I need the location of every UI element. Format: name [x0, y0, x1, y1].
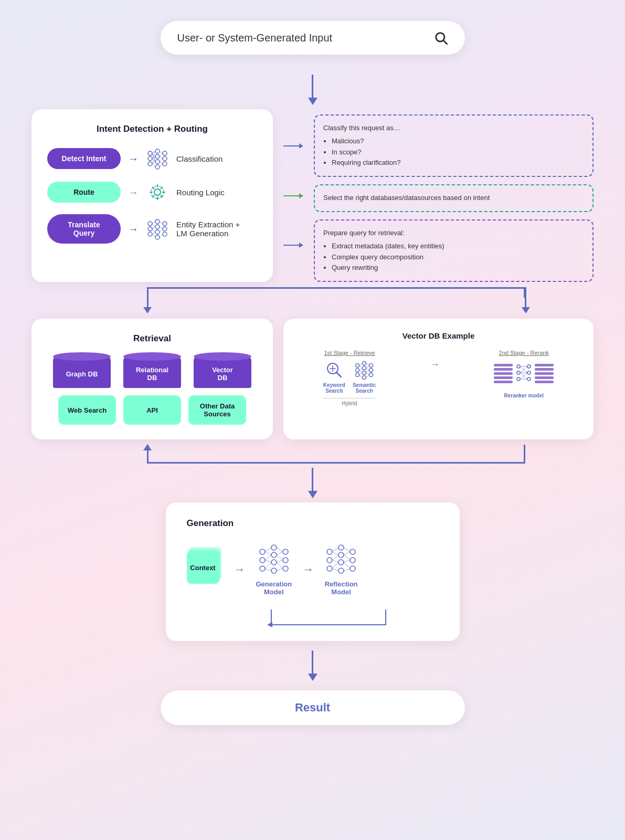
svg-line-43 — [152, 232, 155, 234]
graph-db: Graph DB — [53, 356, 111, 388]
search-text: User- or System-Generated Input — [177, 32, 333, 44]
gear-icon — [146, 181, 169, 204]
svg-point-38 — [163, 232, 167, 236]
svg-point-117 — [350, 549, 355, 554]
other-sources-box: Other DataSources — [188, 395, 246, 425]
translate-query-button[interactable]: Translate Query — [47, 214, 121, 244]
vector-db: VectorDB — [194, 356, 251, 388]
context-card-front: Context — [187, 551, 219, 584]
svg-point-112 — [327, 566, 332, 571]
reranker-block: Reranker model — [494, 360, 554, 398]
svg-point-3 — [148, 156, 152, 161]
result-bar: Result — [161, 690, 465, 725]
svg-line-100 — [265, 555, 271, 560]
translate-item: Translate Query → Entity Extraction + LM… — [47, 214, 257, 244]
svg-line-45 — [160, 222, 163, 224]
semantic-search-item: SemanticSearch — [353, 360, 376, 394]
svg-point-90 — [260, 566, 265, 571]
svg-point-96 — [283, 558, 288, 563]
vectordb-card: Vector DB Example 1st Stage - Retrieve K… — [283, 319, 594, 439]
svg-line-103 — [265, 569, 271, 571]
svg-line-63 — [359, 363, 363, 365]
svg-line-48 — [160, 234, 163, 237]
stage2-label: 2nd Stage - Rerank — [499, 350, 549, 356]
svg-line-98 — [265, 548, 271, 552]
svg-line-71 — [366, 368, 369, 370]
svg-point-95 — [283, 549, 288, 554]
search-icon — [433, 30, 448, 45]
generation-card: Generation Context → — [166, 502, 460, 641]
svg-line-46 — [160, 227, 163, 229]
arrow-select-db — [283, 193, 303, 198]
arrow-generation-to-result — [308, 650, 317, 681]
stage-arrow: → — [430, 359, 440, 370]
svg-point-80 — [527, 377, 531, 381]
neural-icon-translate — [146, 217, 169, 240]
retrieval-section: Retrieval Graph DB RelationalDB VectorDB — [31, 319, 594, 439]
svg-line-74 — [366, 375, 369, 377]
wide-down-connector — [31, 287, 594, 311]
detect-intent-button[interactable]: Detect Intent — [47, 148, 121, 169]
svg-line-41 — [152, 227, 155, 229]
svg-line-107 — [277, 560, 283, 562]
route-item: Route → Routing Logic — [47, 181, 257, 204]
generation-flow: Context → GenerationModel — [187, 543, 439, 596]
callout-classify: Classify this request as… Malicious? In … — [314, 114, 594, 177]
callout-list-item: Malicious? — [332, 136, 584, 147]
svg-point-116 — [338, 568, 344, 573]
search-bar[interactable]: User- or System-Generated Input — [161, 21, 465, 55]
svg-line-65 — [359, 368, 363, 370]
svg-line-44 — [152, 234, 155, 237]
svg-line-128 — [344, 555, 350, 560]
svg-line-20 — [152, 164, 155, 167]
svg-line-102 — [265, 562, 271, 569]
generation-title: Generation — [187, 518, 439, 529]
svg-point-10 — [163, 156, 167, 161]
keyword-search-icon — [324, 360, 344, 380]
db-top-row: Graph DB RelationalDB VectorDB — [47, 356, 257, 388]
svg-point-115 — [338, 560, 344, 565]
svg-point-113 — [338, 545, 344, 550]
svg-point-77 — [517, 377, 520, 381]
svg-line-124 — [332, 562, 338, 569]
svg-point-35 — [155, 235, 160, 239]
vectordb-title: Vector DB Example — [296, 331, 581, 340]
svg-line-1 — [443, 40, 447, 44]
lm-generation-label: LM Generation — [176, 229, 240, 238]
callout-column: Classify this request as… Malicious? In … — [314, 109, 594, 282]
svg-line-125 — [332, 569, 338, 571]
svg-point-110 — [327, 549, 332, 554]
stage2-block: 2nd Stage - Rerank — [494, 350, 554, 398]
intent-card-title: Intent Detection + Routing — [47, 124, 257, 134]
reranker-bars — [494, 360, 554, 386]
retrieval-feedback-arrow — [31, 445, 594, 464]
web-search-box: Web Search — [58, 395, 116, 425]
arrow-prepare-query — [283, 243, 303, 248]
svg-point-61 — [369, 369, 373, 372]
entity-extraction-label: Entity Extraction + — [176, 220, 240, 229]
db-bottom-row: Web Search API Other DataSources — [47, 395, 257, 425]
svg-line-25 — [160, 162, 163, 164]
svg-line-99 — [265, 552, 271, 555]
route-button[interactable]: Route — [47, 182, 121, 203]
svg-line-73 — [366, 373, 369, 375]
relational-db-label: RelationalDB — [136, 366, 168, 382]
svg-line-40 — [152, 224, 155, 227]
vectordb-stages: 1st Stage - Retrieve KeywordSearch — [296, 350, 581, 406]
svg-line-70 — [366, 365, 369, 368]
svg-line-42 — [152, 229, 155, 232]
arrow-retrieval-to-generation — [308, 468, 317, 498]
svg-point-53 — [356, 364, 359, 368]
svg-line-127 — [344, 552, 350, 555]
svg-line-39 — [152, 222, 155, 224]
svg-line-106 — [277, 555, 283, 560]
reranker-neural-icon — [516, 360, 532, 386]
svg-line-23 — [160, 156, 163, 159]
vector-db-item: VectorDB — [191, 356, 254, 388]
graph-db-label: Graph DB — [66, 370, 98, 378]
classification-label: Classification — [176, 154, 223, 163]
svg-point-114 — [338, 552, 344, 558]
svg-point-29 — [148, 222, 152, 226]
svg-point-88 — [260, 549, 265, 554]
svg-line-109 — [277, 569, 283, 571]
